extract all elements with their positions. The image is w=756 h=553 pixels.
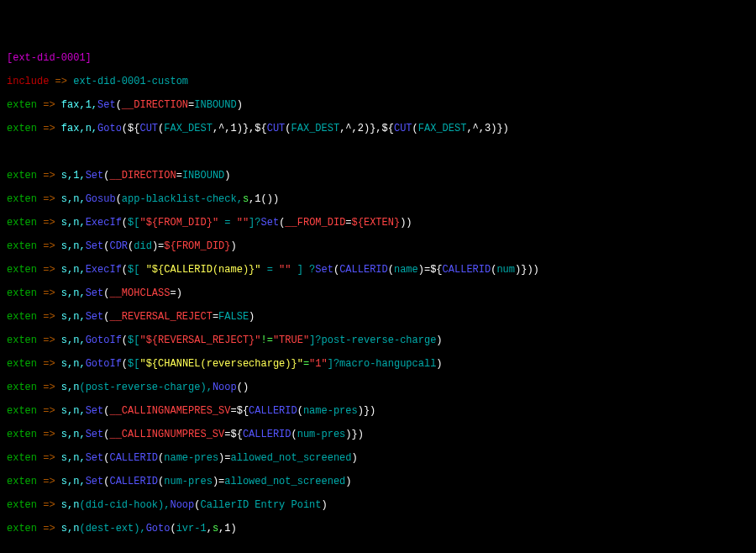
s-16: exten => s,n(dest-ext),Goto(ivr-1,s,1): [7, 523, 749, 535]
s-12: exten => s,n,Set(__CALLINGNUMPRES_SV=${C…: [7, 429, 749, 440]
context-header: [ext-did-0001]: [7, 52, 749, 64]
s-15: exten => s,n(did-cid-hook),Noop(CallerID…: [7, 499, 749, 511]
s-10: exten => s,n(post-reverse-charge),Noop(): [7, 382, 749, 393]
fax-1: exten => fax,1,Set(__DIRECTION=INBOUND): [7, 99, 749, 111]
s-13: exten => s,n,Set(CALLERID(name-pres)=all…: [7, 452, 749, 464]
s-8: exten => s,n,GotoIf($["${REVERSAL_REJECT…: [7, 334, 749, 346]
s-14: exten => s,n,Set(CALLERID(num-pres)=allo…: [7, 476, 749, 487]
s-3: exten => s,n,ExecIf($["${FROM_DID}" = ""…: [7, 217, 749, 229]
s-11: exten => s,n,Set(__CALLINGNAMEPRES_SV=${…: [7, 405, 749, 417]
s-7: exten => s,n,Set(__REVERSAL_REJECT=FALSE…: [7, 311, 749, 323]
s-6: exten => s,n,Set(__MOHCLASS=): [7, 287, 749, 299]
s-9: exten => s,n,GotoIf($["${CHANNEL(reverse…: [7, 358, 749, 370]
s-2: exten => s,n,Gosub(app-blacklist-check,s…: [7, 193, 749, 205]
s-1: exten => s,1,Set(__DIRECTION=INBOUND): [7, 170, 749, 182]
s-5: exten => s,n,ExecIf($[ "${CALLERID(name)…: [7, 264, 749, 276]
include-line: include => ext-did-0001-custom: [7, 76, 749, 87]
fax-2: exten => fax,n,Goto(${CUT(FAX_DEST,^,1)}…: [7, 123, 749, 134]
s-4: exten => s,n,Set(CDR(did)=${FROM_DID}): [7, 240, 749, 252]
